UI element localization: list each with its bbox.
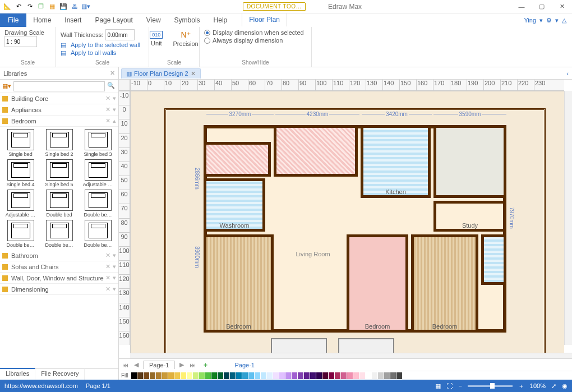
gear-icon[interactable]: ⚙ [546,17,552,24]
bottom-tab-file-recovery[interactable]: File Recovery [35,369,85,380]
redo-icon[interactable]: ↷ [25,2,35,12]
radio-display-selected[interactable]: Display dimension when selected [204,29,307,36]
fit-page-icon[interactable]: ◉ [562,382,568,390]
swatch[interactable] [384,372,390,379]
search-input[interactable] [13,81,105,91]
page-add-button[interactable]: ＋ [200,361,211,369]
swatch[interactable] [187,372,192,379]
bottom-tab-libraries[interactable]: Libraries [0,368,35,380]
precision-button[interactable]: N⁺Precision [170,29,200,48]
drawing-page[interactable]: 3270mm 4230mm 3420mm 3590mm 3360mm 3360m… [130,91,564,353]
tab-symbols[interactable]: Symbols [168,13,207,27]
user-name[interactable]: Ying [524,17,536,24]
planter-2[interactable] [338,338,394,353]
cat-appliances[interactable]: Appliances✕▾ [0,104,118,116]
shape-double-be-[interactable]: Double be… [2,220,39,248]
drawing-scale-input[interactable] [4,36,37,47]
save-icon[interactable]: 💾 [58,2,68,12]
room-washroom[interactable]: Washroom [204,178,265,232]
swatch[interactable] [230,372,236,379]
room-study[interactable]: Study [433,201,506,232]
swatch[interactable] [199,372,205,379]
swatch[interactable] [205,372,211,379]
swatch[interactable] [224,372,229,379]
minimize-button[interactable]: — [511,0,532,13]
swatch[interactable] [150,372,155,379]
swatch[interactable] [322,372,328,379]
page-last-icon[interactable]: ⏭ [188,362,197,368]
cat-bedroom[interactable]: Bedroom✕▴ [0,116,118,127]
scrollbar-horizontal[interactable] [130,353,572,358]
unit-button[interactable]: 010Unit [147,30,165,48]
document-tab[interactable]: ▥ Floor Plan Design 2 ✕ [121,68,201,79]
shape-double-be-[interactable]: Double be… [41,220,77,248]
swatch[interactable] [144,372,149,379]
cat-building-core[interactable]: Building Core✕▾ [0,93,118,104]
shape-single-bed[interactable]: Single bed [2,129,39,157]
fit-width-icon[interactable]: ⛶ [446,382,453,389]
tab-page-layout[interactable]: Page Layout [88,13,139,27]
swatch[interactable] [255,372,260,379]
collapse-ribbon-icon[interactable]: △ [562,17,566,24]
swatch[interactable] [329,372,334,379]
apply-selected-wall[interactable]: ▤Apply to the selected wall [61,41,144,48]
swatch[interactable] [372,372,377,379]
room-bedroom-2[interactable]: Bedroom [347,234,408,333]
tab-floor-plan[interactable]: Floor Plan [242,13,287,27]
swatch[interactable] [341,372,347,379]
swatch[interactable] [131,372,137,379]
swatch[interactable] [347,372,353,379]
swatch[interactable] [162,372,168,379]
scrollbar-vertical[interactable] [564,91,572,345]
radio-display-always[interactable]: Always display dimension [204,37,307,44]
cat-sofas[interactable]: Sofas and Chairs✕▾ [0,261,118,273]
print-icon[interactable]: 🖶 [70,2,80,12]
swatch[interactable] [316,372,322,379]
tab-insert[interactable]: Insert [58,13,88,27]
libraries-close-icon[interactable]: ✕ [110,70,115,77]
shape-single-bed-2[interactable]: Single bed 2 [41,129,77,157]
page-tab-1[interactable]: Page-1 [143,361,175,369]
search-icon[interactable]: 🔍 [107,82,116,91]
swatch[interactable] [273,372,279,379]
zoom-slider[interactable] [468,385,513,387]
swatch[interactable] [242,372,248,379]
room-bedroom-3[interactable]: Bedroom [411,234,478,333]
planter-1[interactable] [271,338,327,353]
swatch[interactable] [168,372,174,379]
library-menu-icon[interactable]: ▦▾ [2,82,11,90]
maximize-button[interactable]: ▢ [532,0,552,13]
swatch[interactable] [285,372,291,379]
swatch[interactable] [310,372,316,379]
swatch[interactable] [211,372,217,379]
panel-chevron-icon[interactable]: ‹ [566,70,572,77]
swatch[interactable] [137,372,143,379]
swatch[interactable] [298,372,303,379]
swatch[interactable] [292,372,297,379]
room-balcony-1[interactable] [204,142,271,177]
swatch[interactable] [378,372,384,379]
shape-adjustable-[interactable]: Adjustable … [80,159,116,187]
swatch[interactable] [261,372,266,379]
apply-all-walls[interactable]: ▤Apply to all walls [61,49,144,56]
shape-double-bed[interactable]: Double bed [41,190,77,218]
tab-file[interactable]: File [0,13,26,27]
room-bath-small[interactable] [481,234,506,285]
swatch[interactable] [304,372,310,379]
canvas-viewport[interactable]: 3270mm 4230mm 3420mm 3590mm 3360mm 3360m… [130,91,564,353]
undo-icon[interactable]: ↶ [13,2,24,12]
swatch[interactable] [193,372,199,379]
floor-plan[interactable]: Washroom Kitchen Living Room Bedroom Bed… [204,125,506,333]
page-next-icon[interactable]: ▶ [178,361,185,368]
swatch[interactable] [366,372,371,379]
doc-tab-close-icon[interactable]: ✕ [191,70,196,77]
zoom-in-button[interactable]: ＋ [518,382,524,390]
room-living[interactable]: Living Room [268,178,358,330]
room-upper-right[interactable] [433,125,506,198]
swatch[interactable] [236,372,242,379]
swatch[interactable] [396,372,402,379]
fullscreen-icon[interactable]: ⤢ [551,382,556,390]
swatch[interactable] [279,372,285,379]
swatch[interactable] [335,372,340,379]
shape-double-be-[interactable]: Double be… [80,220,116,248]
